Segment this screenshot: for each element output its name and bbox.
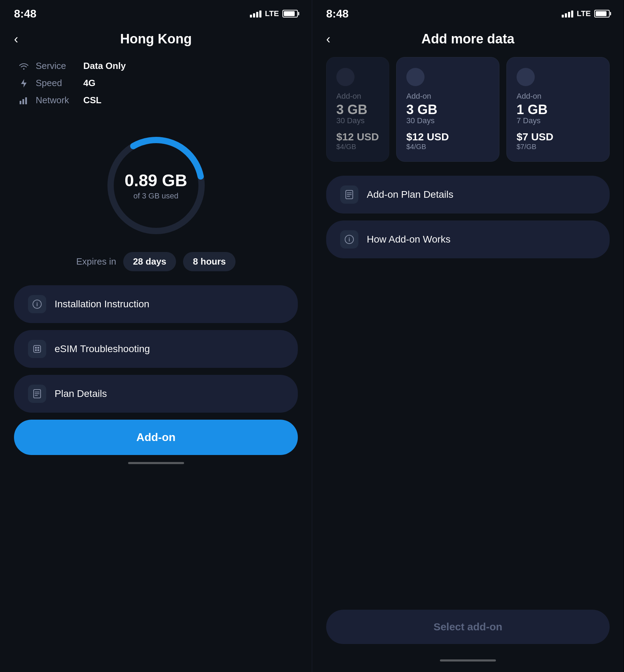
- card-days-3gb: 30 Days: [406, 116, 489, 125]
- card-per-gb-3gb: $4/GB: [406, 143, 489, 151]
- addon-card-3gb[interactable]: Add-on 3 GB 30 Days $12 USD $4/GB: [396, 57, 499, 162]
- how-addon-works-button[interactable]: i How Add-on Works: [326, 220, 610, 258]
- lightning-icon: [17, 78, 30, 88]
- addon-button[interactable]: Add-on: [14, 420, 298, 455]
- page-title-right: Add more data: [421, 31, 514, 47]
- info-section: Service Data Only Speed 4G Network CSL: [0, 54, 312, 119]
- installation-button[interactable]: i Installation Instruction: [14, 285, 298, 323]
- card-price-1gb: $7 USD: [517, 131, 600, 143]
- card-icon-partial: [336, 68, 355, 86]
- signal-icon-left: [250, 10, 261, 18]
- network-label: Network: [36, 95, 78, 106]
- card-type-partial: Add-on: [336, 92, 379, 101]
- network-row: Network CSL: [17, 95, 294, 106]
- header-left: ‹ Hong Kong: [0, 24, 312, 54]
- time-left: 8:48: [14, 7, 36, 20]
- troubleshoot-label: eSIM Troubleshooting: [55, 343, 150, 355]
- svg-rect-8: [35, 347, 37, 349]
- select-addon-button[interactable]: Select add-on: [326, 610, 610, 644]
- back-button-left[interactable]: ‹: [14, 32, 18, 47]
- network-value: CSL: [83, 95, 101, 106]
- svg-rect-1: [22, 99, 24, 104]
- card-days-1gb: 7 Days: [517, 116, 600, 125]
- addon-plan-details-label: Add-on Plan Details: [367, 189, 453, 200]
- card-type-1gb: Add-on: [517, 92, 600, 101]
- status-bar-left: 8:48 LTE: [0, 0, 312, 24]
- data-circle: 0.89 GB of 3 GB used: [0, 130, 312, 241]
- data-amount: 0.89 GB: [125, 171, 187, 190]
- signal-icon-right: [562, 10, 573, 18]
- home-indicator-right: [440, 659, 496, 662]
- speed-value: 4G: [83, 78, 96, 89]
- speed-row: Speed 4G: [17, 78, 294, 89]
- svg-rect-0: [20, 101, 21, 104]
- svg-text:i: i: [349, 237, 350, 243]
- service-row: Service Data Only: [17, 61, 294, 71]
- status-icons-left: LTE: [250, 9, 298, 18]
- status-bar-right: 8:48 LTE: [312, 0, 624, 24]
- expires-label: Expires in: [76, 256, 116, 267]
- how-addon-works-label: How Add-on Works: [367, 234, 450, 245]
- plan-details-icon: [28, 385, 46, 403]
- speed-label: Speed: [36, 78, 78, 89]
- troubleshoot-button[interactable]: eSIM Troubleshooting: [14, 330, 298, 368]
- page-title-left: Hong Kong: [120, 31, 192, 47]
- wifi-icon: [17, 62, 30, 70]
- expires-days-badge: 28 days: [123, 252, 176, 271]
- card-data-1gb: 1 GB: [517, 103, 600, 116]
- battery-left: [282, 10, 298, 18]
- svg-rect-2: [25, 97, 27, 104]
- svg-rect-7: [34, 345, 41, 352]
- right-menu-buttons: Add-on Plan Details i How Add-on Works: [312, 165, 624, 258]
- installation-label: Installation Instruction: [55, 299, 149, 310]
- card-price-3gb: $12 USD: [406, 131, 489, 143]
- card-icon-3gb: [406, 68, 425, 86]
- card-type-3gb: Add-on: [406, 92, 489, 101]
- circle-center: 0.89 GB of 3 GB used: [125, 171, 187, 201]
- plan-details-button[interactable]: Plan Details: [14, 375, 298, 413]
- expires-hours-badge: 8 hours: [183, 252, 236, 271]
- card-data-partial: 3 GB: [336, 103, 379, 116]
- card-days-partial: 30 Days: [336, 116, 379, 125]
- header-right: ‹ Add more data: [312, 24, 624, 54]
- right-screen: 8:48 LTE ‹ Add more data Add-on 3 GB 30 …: [312, 0, 624, 672]
- service-label: Service: [36, 61, 78, 71]
- addon-plan-details-button[interactable]: Add-on Plan Details: [326, 176, 610, 214]
- back-button-right[interactable]: ‹: [326, 32, 330, 47]
- time-right: 8:48: [326, 7, 349, 20]
- addon-cards-container: Add-on 3 GB 30 Days $12 USD $4/GB Add-on…: [312, 54, 624, 165]
- data-sub: of 3 GB used: [125, 191, 187, 201]
- lte-label-right: LTE: [577, 9, 591, 18]
- card-per-gb-1gb: $7/GB: [517, 143, 600, 151]
- svg-rect-10: [35, 349, 37, 351]
- plan-details-label: Plan Details: [55, 388, 107, 399]
- installation-icon: i: [28, 295, 46, 313]
- addon-card-partial[interactable]: Add-on 3 GB 30 Days $12 USD $4/GB: [326, 57, 389, 162]
- svg-rect-9: [37, 347, 39, 349]
- svg-text:i: i: [36, 301, 38, 307]
- card-icon-1gb: [517, 68, 535, 86]
- troubleshoot-icon: [28, 340, 46, 358]
- service-value: Data Only: [83, 61, 126, 71]
- home-indicator-left: [128, 462, 184, 464]
- left-screen: 8:48 LTE ‹ Hong Kong: [0, 0, 312, 672]
- lte-label-left: LTE: [265, 9, 279, 18]
- expires-section: Expires in 28 days 8 hours: [0, 252, 312, 271]
- bars-icon: [17, 96, 30, 105]
- svg-rect-11: [37, 349, 39, 351]
- addon-plan-details-icon: [340, 186, 358, 204]
- menu-buttons-left: i Installation Instruction eSIM Troubles…: [0, 285, 312, 413]
- status-icons-right: LTE: [562, 9, 610, 18]
- how-addon-works-icon: i: [340, 230, 358, 248]
- card-price-partial: $12 USD: [336, 131, 379, 143]
- card-per-gb-partial: $4/GB: [336, 143, 379, 151]
- battery-right: [594, 10, 610, 18]
- addon-card-1gb[interactable]: Add-on 1 GB 7 Days $7 USD $7/GB: [506, 57, 610, 162]
- card-data-3gb: 3 GB: [406, 103, 489, 116]
